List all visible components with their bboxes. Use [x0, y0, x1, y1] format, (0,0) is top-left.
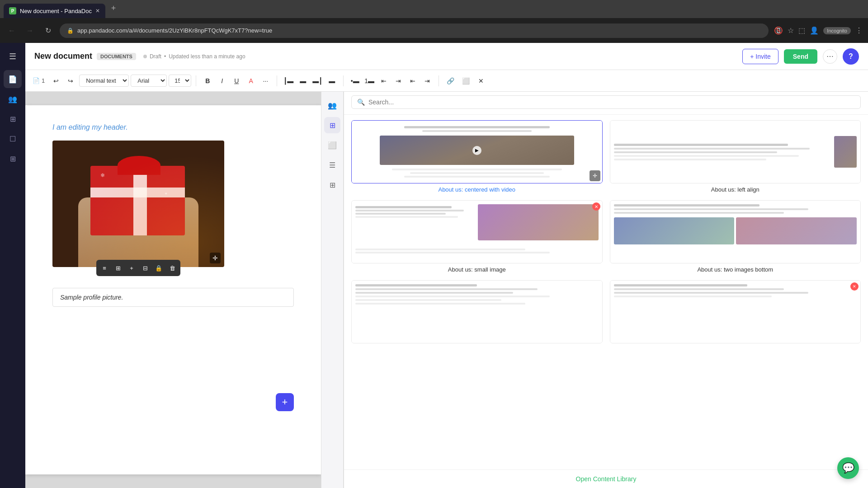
chat-bubble[interactable]: 💬: [837, 457, 859, 479]
library-item-about-two[interactable]: About us: two images bottom: [610, 200, 861, 273]
insert-btn[interactable]: ⬜: [459, 74, 472, 88]
align-group: ┃▬ ▬ ▬┃ ▬: [282, 74, 339, 88]
library-item-about-left[interactable]: About us: left align: [610, 120, 861, 193]
drag-handle[interactable]: ✛: [210, 253, 221, 263]
more-options-icon: ⋯: [826, 52, 834, 61]
cast-icon[interactable]: 📵: [774, 26, 783, 35]
thumb-close-icon[interactable]: ✕: [850, 282, 859, 291]
notif-close-icon[interactable]: ✕: [592, 202, 600, 211]
size-selector[interactable]: 15: [169, 75, 191, 87]
menu-btn[interactable]: ☰: [5, 48, 21, 65]
indent-right-btn[interactable]: ⇥: [392, 74, 405, 88]
indent-left-btn[interactable]: ⇤: [377, 74, 391, 88]
browser-actions: 📵 ☆ ⬚ 👤 Incognito ⋮: [774, 26, 863, 35]
toolbar-sep-2: [277, 75, 277, 86]
main-editor: I am editing my header. ❄: [25, 92, 321, 488]
img-align-btn[interactable]: ≡: [98, 262, 111, 274]
open-library-link[interactable]: Open Content Library: [351, 475, 861, 483]
sidebar-icon-apps[interactable]: ⊞: [4, 150, 22, 168]
search-icon: 🔍: [357, 99, 365, 106]
tab-favicon: P: [9, 7, 16, 14]
rs-btn-blocks[interactable]: ⊞: [324, 117, 340, 133]
style-selector[interactable]: Normal text: [79, 75, 129, 87]
rs-btn-fields[interactable]: ⬜: [324, 137, 340, 153]
indent-type3-btn[interactable]: ⇤: [406, 74, 420, 88]
extensions-icon[interactable]: ⋮: [855, 26, 863, 35]
library-item-6[interactable]: ✕: [610, 280, 861, 343]
rs-btn-apps[interactable]: ⊞: [324, 177, 340, 193]
sidebar-icon[interactable]: ⬚: [798, 26, 805, 35]
img-grid-btn[interactable]: ⊞: [112, 262, 124, 274]
library-item-label-two: About us: two images bottom: [610, 266, 861, 273]
address-bar[interactable]: 🔒 app.pandadoc.com/a/#/documents/2UzYiBK…: [60, 23, 769, 38]
align-center-btn[interactable]: ▬: [296, 74, 310, 88]
invite-btn[interactable]: + Invite: [742, 49, 778, 64]
status-draft: Draft: [150, 53, 161, 60]
color-btn[interactable]: A: [244, 74, 258, 88]
bookmark-icon[interactable]: ☆: [788, 26, 794, 35]
redo-btn[interactable]: ↪: [64, 74, 77, 88]
more-options-btn[interactable]: ⋯: [823, 49, 837, 64]
caption-text: Sample profile picture.: [60, 294, 123, 301]
search-wrapper: 🔍: [351, 95, 861, 109]
library-item-5[interactable]: [351, 280, 603, 343]
library-item-about-centered[interactable]: ▶ ✛ About us: centered with video: [351, 120, 603, 193]
help-btn[interactable]: ?: [843, 48, 859, 65]
thumb-drag-handle[interactable]: ✛: [590, 170, 600, 181]
sidebar-icon-users[interactable]: 👥: [4, 90, 22, 108]
img-lock-btn[interactable]: 🔒: [152, 262, 165, 274]
open-library-label: Open Content Library: [576, 475, 637, 483]
indent-type4-btn[interactable]: ⇥: [420, 74, 434, 88]
page-icon: 📄: [33, 77, 40, 84]
add-content-btn[interactable]: +: [276, 393, 294, 411]
nav-refresh-btn[interactable]: ↻: [42, 24, 54, 37]
status-updated: Updated less than a minute ago: [169, 53, 245, 60]
align-left-btn[interactable]: ┃▬: [282, 74, 295, 88]
image-block[interactable]: ❄ ✦ ≡ ⊞ + ⊟ 🔒 🗑 ✛: [52, 141, 224, 267]
link-btn[interactable]: 🔗: [443, 74, 457, 88]
address-url: app.pandadoc.com/a/#/documents/2UzYiBKr8…: [77, 27, 272, 34]
underline-btn[interactable]: U: [230, 74, 243, 88]
status-dot: [143, 55, 147, 58]
tab-close-btn[interactable]: ✕: [95, 8, 100, 14]
more-format-btn[interactable]: ···: [259, 74, 272, 88]
page-number: 📄 1: [33, 77, 45, 84]
bullet-list-btn[interactable]: •▬: [348, 74, 362, 88]
rs-btn-lines[interactable]: ☰: [324, 157, 340, 173]
img-add-btn[interactable]: +: [125, 262, 138, 274]
profile-icon[interactable]: 👤: [810, 26, 819, 35]
doc-header-text[interactable]: I am editing my header.: [52, 123, 294, 131]
new-tab-btn[interactable]: +: [107, 2, 120, 14]
doc-title: New document: [34, 52, 92, 61]
chat-icon: 💬: [842, 462, 854, 474]
active-tab[interactable]: P New document - PandaDoc ✕: [4, 4, 105, 18]
library-thumb-about-left: [610, 120, 861, 183]
align-justify-btn[interactable]: ▬: [325, 74, 339, 88]
search-input[interactable]: [368, 99, 855, 106]
clear-format-btn[interactable]: ✕: [474, 74, 488, 88]
library-item-about-small[interactable]: ✕ About us: small image: [351, 200, 603, 273]
nav-forward-btn[interactable]: →: [24, 24, 36, 37]
img-delete-btn[interactable]: 🗑: [166, 262, 179, 274]
send-btn[interactable]: Send: [784, 49, 817, 64]
gift-image: ❄ ✦: [52, 141, 224, 267]
sidebar-icon-blocks[interactable]: ⊞: [4, 110, 22, 128]
library-item-label-left: About us: left align: [610, 186, 861, 193]
img-resize-btn[interactable]: ⊟: [139, 262, 151, 274]
image-toolbar: ≡ ⊞ + ⊟ 🔒 🗑: [96, 260, 180, 276]
align-right-btn[interactable]: ▬┃: [311, 74, 324, 88]
lock-icon: 🔒: [67, 28, 74, 34]
italic-btn[interactable]: I: [215, 74, 229, 88]
rs-btn-users[interactable]: 👥: [324, 97, 340, 113]
add-content-icon: +: [282, 396, 288, 408]
numbered-list-btn[interactable]: 1▬: [363, 74, 376, 88]
bold-btn[interactable]: B: [201, 74, 214, 88]
app-topbar: New document DOCUMENTS Draft • Updated l…: [25, 43, 868, 70]
sidebar-icon-doc[interactable]: 📄: [4, 70, 22, 88]
nav-back-btn[interactable]: ←: [5, 24, 18, 37]
caption-box[interactable]: Sample profile picture.: [52, 288, 294, 307]
sidebar-icon-fields[interactable]: ☐: [4, 130, 22, 148]
font-selector[interactable]: Arial: [131, 75, 167, 87]
undo-btn[interactable]: ↩: [49, 74, 63, 88]
library-thumb-about-small: ✕: [351, 200, 603, 263]
